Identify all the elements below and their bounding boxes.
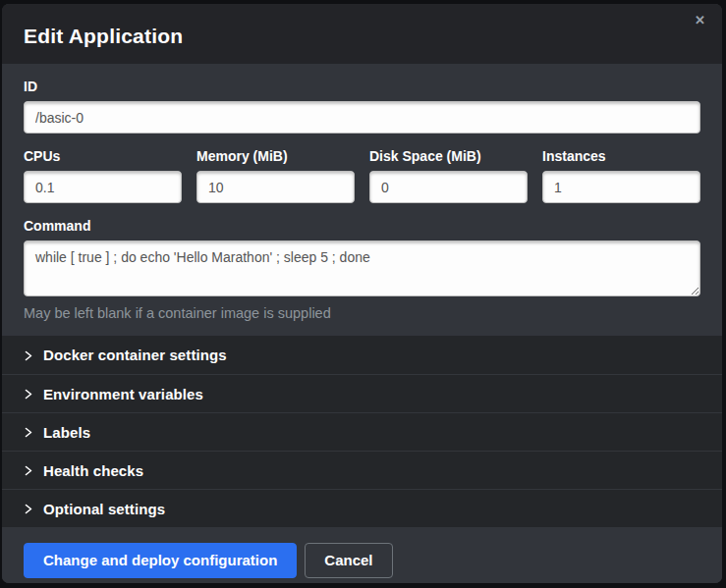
application-form: ID CPUs Memory (MiB) Disk Space (MiB) In… xyxy=(2,64,722,336)
disk-field-group: Disk Space (MiB) xyxy=(369,148,528,203)
section-label: Environment variables xyxy=(43,386,203,402)
edit-application-modal: Edit Application ✕ ID CPUs Memory (MiB) … xyxy=(2,4,722,583)
page-title: Edit Application xyxy=(24,25,183,48)
id-label: ID xyxy=(24,79,700,94)
section-docker-container-settings[interactable]: Docker container settings xyxy=(2,336,722,374)
section-label: Optional settings xyxy=(43,501,165,517)
section-label: Labels xyxy=(43,424,90,441)
cpus-input[interactable] xyxy=(24,171,182,203)
chevron-right-icon xyxy=(24,389,33,399)
command-field-group: Command while [ true ] ; do echo 'Hello … xyxy=(24,218,700,321)
chevron-right-icon xyxy=(24,465,33,475)
id-input[interactable] xyxy=(24,101,700,134)
cpus-label: CPUs xyxy=(24,148,182,164)
modal-header: Edit Application ✕ xyxy=(2,4,722,64)
section-optional-settings[interactable]: Optional settings xyxy=(2,489,722,527)
section-health-checks[interactable]: Health checks xyxy=(2,451,722,489)
section-label: Docker container settings xyxy=(43,347,227,363)
chevron-right-icon xyxy=(24,427,33,437)
section-label: Health checks xyxy=(43,462,143,479)
change-and-deploy-button[interactable]: Change and deploy configuration xyxy=(24,543,297,578)
memory-input[interactable] xyxy=(196,171,355,203)
command-label: Command xyxy=(24,218,700,234)
cancel-button[interactable]: Cancel xyxy=(305,543,392,578)
command-help-text: May be left blank if a container image i… xyxy=(24,305,700,321)
chevron-right-icon xyxy=(24,504,33,513)
collapsible-sections: Docker container settings Environment va… xyxy=(2,336,722,527)
modal-footer: Change and deploy configuration Cancel xyxy=(2,527,722,583)
section-environment-variables[interactable]: Environment variables xyxy=(2,374,722,412)
resources-row: CPUs Memory (MiB) Disk Space (MiB) Insta… xyxy=(24,148,700,203)
disk-input[interactable] xyxy=(369,171,528,203)
cpus-field-group: CPUs xyxy=(24,148,182,203)
memory-label: Memory (MiB) xyxy=(196,148,355,164)
id-field-group: ID xyxy=(24,79,700,134)
memory-field-group: Memory (MiB) xyxy=(196,148,355,203)
chevron-right-icon xyxy=(24,350,33,360)
command-textarea[interactable]: while [ true ] ; do echo 'Hello Marathon… xyxy=(24,241,700,296)
section-labels[interactable]: Labels xyxy=(2,412,722,451)
close-icon[interactable]: ✕ xyxy=(695,14,705,27)
instances-label: Instances xyxy=(542,148,700,164)
disk-label: Disk Space (MiB) xyxy=(369,148,528,164)
instances-field-group: Instances xyxy=(542,148,700,203)
instances-input[interactable] xyxy=(542,171,700,203)
